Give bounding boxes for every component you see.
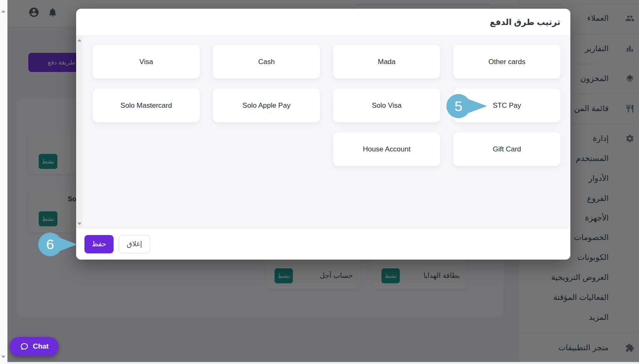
modal-header: ترتيب طرق الدفع [76, 9, 570, 35]
page-scrollbar[interactable] [0, 0, 7, 364]
step-6-callout: 6 [38, 233, 77, 256]
scroll-down-icon[interactable] [1, 356, 5, 358]
modal-footer: حفظ إغلاق [76, 228, 570, 260]
chat-button[interactable]: Chat [10, 337, 59, 356]
order-payment-methods-modal: ترتيب طرق الدفع Visa Cash Mada Other car… [76, 9, 570, 260]
screen: إضافة طريقة دفع نشط Solo نشط House Accou… [0, 0, 639, 364]
step-5-callout: 5 [446, 94, 488, 118]
save-button[interactable]: حفظ [84, 235, 114, 253]
scroll-up-icon[interactable] [1, 10, 5, 12]
payment-method-tile-house-account[interactable]: House Account [333, 132, 440, 166]
horizontal-scrollbar[interactable] [7, 362, 639, 364]
payment-method-tile-cash[interactable]: Cash [213, 45, 320, 79]
payment-method-tile-visa[interactable]: Visa [93, 45, 200, 79]
payment-method-tile-solo-apple-pay[interactable]: Solo Apple Pay [213, 89, 320, 122]
modal-title: ترتيب طرق الدفع [490, 9, 560, 35]
payment-methods-grid: Visa Cash Mada Other cards Solo Masterca… [93, 45, 560, 166]
chat-button-label: Chat [33, 342, 49, 351]
payment-method-tile-solo-mastercard[interactable]: Solo Mastercard [93, 89, 200, 122]
step-number: 6 [38, 233, 62, 256]
close-button[interactable]: إغلاق [119, 235, 150, 253]
payment-method-tile-other-cards[interactable]: Other cards [453, 45, 560, 79]
chat-bubble-icon [20, 342, 29, 352]
scroll-up-icon[interactable] [77, 39, 82, 42]
modal-scrollbar[interactable] [76, 36, 83, 228]
payment-method-tile-gift-card[interactable]: Gift Card [453, 132, 560, 166]
payment-method-tile-mada[interactable]: Mada [333, 45, 440, 79]
modal-body: Visa Cash Mada Other cards Solo Masterca… [76, 35, 570, 228]
step-number: 5 [446, 94, 471, 118]
payment-method-tile-solo-visa[interactable]: Solo Visa [333, 89, 440, 122]
scroll-down-icon[interactable] [77, 223, 82, 225]
